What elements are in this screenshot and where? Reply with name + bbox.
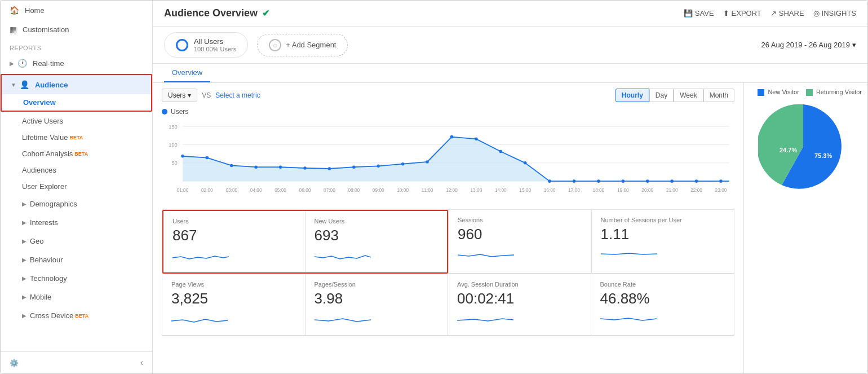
- stat-card-sessions: Sessions 960: [448, 210, 591, 274]
- sidebar-item-demographics[interactable]: ▶ Demographics: [1, 195, 152, 213]
- save-icon: 💾: [684, 9, 693, 17]
- header-actions: 💾 SAVE ⬆ EXPORT ↗ SHARE ◎ INSIGHTS: [684, 9, 856, 17]
- insights-button[interactable]: ◎ INSIGHTS: [813, 9, 856, 17]
- sidebar: 🏠 Home ▦ Customisation REPORTS ▶ 🕐 Real-…: [1, 1, 153, 373]
- sidebar-item-cross-device[interactable]: ▶ Cross Device BETA: [1, 306, 152, 325]
- select-metric-link[interactable]: Select a metric: [215, 91, 260, 99]
- sidebar-item-customisation[interactable]: ▦ Customisation: [1, 20, 152, 39]
- svg-point-14: [328, 167, 331, 170]
- sidebar-item-audience[interactable]: ▼ 👤 Audience: [2, 75, 151, 94]
- sidebar-item-lifetime-value[interactable]: Lifetime Value BETA: [1, 129, 152, 146]
- svg-text:15:00: 15:00: [519, 187, 531, 193]
- page-title: Audience Overview ✔: [164, 7, 269, 19]
- tab-overview[interactable]: Overview: [164, 64, 210, 82]
- right-panel: New Visitor Returning Visitor: [743, 83, 867, 373]
- svg-point-15: [352, 165, 356, 169]
- sidebar-item-behaviour[interactable]: ▶ Behaviour: [1, 250, 152, 269]
- clock-icon: 🕐: [17, 59, 27, 68]
- svg-point-23: [548, 179, 551, 183]
- returning-visitor-label: Returning Visitor: [816, 89, 862, 95]
- pie-chart: 75.3% 24.7%: [758, 102, 848, 192]
- svg-text:50: 50: [171, 161, 177, 166]
- sidebar-item-mobile[interactable]: ▶ Mobile: [1, 288, 152, 306]
- users-legend-label: Users: [171, 108, 188, 116]
- stat-card-pages-session: Pages/Session 3.98: [305, 274, 449, 336]
- sidebar-item-cohort-analysis[interactable]: Cohort Analysis BETA: [1, 146, 152, 162]
- sidebar-audience-label: Audience: [35, 81, 68, 89]
- sidebar-item-user-explorer[interactable]: User Explorer: [1, 178, 152, 195]
- svg-text:13:00: 13:00: [470, 187, 482, 193]
- sidebar-mobile-label: Mobile: [30, 293, 51, 301]
- sidebar-cohort-analysis-label: Cohort Analysis: [22, 149, 73, 158]
- stats-grid: Users 867 New Users 693: [162, 209, 734, 336]
- new-visitor-label: New Visitor: [768, 89, 799, 95]
- sidebar-item-home[interactable]: 🏠 Home: [1, 1, 152, 20]
- sidebar-audiences-label: Audiences: [22, 166, 56, 174]
- all-users-segment[interactable]: All Users 100.00% Users: [164, 32, 248, 58]
- svg-text:100: 100: [169, 142, 177, 148]
- returning-visitor-pct-label: 24.7%: [780, 147, 797, 153]
- sidebar-item-technology[interactable]: ▶ Technology: [1, 269, 152, 288]
- time-buttons: Hourly Day Week Month: [615, 89, 734, 102]
- svg-text:16:00: 16:00: [544, 187, 556, 193]
- sidebar-item-active-users[interactable]: Active Users: [1, 113, 152, 129]
- svg-point-25: [597, 179, 600, 183]
- svg-text:05:00: 05:00: [274, 187, 286, 193]
- audience-section: ▼ 👤 Audience Overview: [1, 74, 152, 112]
- share-label: SHARE: [779, 9, 804, 17]
- sidebar-item-audiences[interactable]: Audiences: [1, 162, 152, 178]
- settings-icon[interactable]: ⚙️: [10, 359, 19, 367]
- hourly-button[interactable]: Hourly: [615, 89, 649, 102]
- svg-text:12:00: 12:00: [446, 187, 458, 193]
- add-segment-button[interactable]: ○ + Add Segment: [257, 34, 348, 56]
- home-icon: 🏠: [10, 6, 19, 15]
- stat-value-sessions: 960: [458, 226, 582, 243]
- expand-arrow-interests: ▶: [22, 219, 26, 226]
- share-button[interactable]: ↗ SHARE: [770, 9, 804, 17]
- all-users-sub: 100.00% Users: [194, 46, 236, 52]
- insights-label: INSIGHTS: [822, 9, 856, 17]
- day-button[interactable]: Day: [649, 89, 674, 102]
- sidebar-item-overview[interactable]: Overview: [2, 94, 151, 111]
- svg-text:19:00: 19:00: [617, 187, 629, 193]
- users-legend-dot: [162, 109, 167, 115]
- svg-text:150: 150: [169, 124, 177, 130]
- segment-bar: All Users 100.00% Users ○ + Add Segment …: [153, 27, 867, 64]
- stat-card-users: Users 867: [163, 211, 305, 272]
- sidebar-cross-device-label: Cross Device: [30, 311, 73, 320]
- expand-arrow-geo: ▶: [22, 238, 26, 244]
- week-button[interactable]: Week: [674, 89, 703, 102]
- svg-text:06:00: 06:00: [299, 187, 311, 193]
- sparkline-avg-session: [457, 310, 513, 327]
- collapse-icon[interactable]: ‹: [140, 358, 143, 368]
- date-range-picker[interactable]: 26 Aug 2019 - 26 Aug 2019 ▾: [761, 41, 856, 49]
- sidebar-technology-label: Technology: [30, 274, 67, 283]
- segment-left: All Users 100.00% Users ○ + Add Segment: [164, 32, 348, 58]
- expand-arrow-audience: ▼: [11, 82, 16, 88]
- reports-section-label: REPORTS: [1, 39, 152, 54]
- stat-label-users: Users: [172, 218, 296, 225]
- metric-selector: Users ▾ VS Select a metric: [162, 89, 260, 102]
- metric-dropdown[interactable]: Users ▾: [162, 89, 197, 102]
- export-button[interactable]: ⬆ EXPORT: [723, 9, 761, 17]
- new-visitor-pct-label: 75.3%: [814, 152, 832, 159]
- stat-label-avg-session: Avg. Session Duration: [457, 281, 582, 288]
- chevron-down-icon: ▾: [852, 41, 856, 49]
- sidebar-item-realtime[interactable]: ▶ 🕐 Real-time: [1, 54, 152, 73]
- svg-point-13: [303, 166, 307, 170]
- save-button[interactable]: 💾 SAVE: [684, 9, 714, 17]
- svg-point-27: [646, 179, 649, 183]
- tab-bar: Overview: [153, 64, 867, 83]
- new-visitor-square: [758, 89, 764, 96]
- sparkline-users: [172, 247, 229, 263]
- svg-text:03:00: 03:00: [225, 187, 237, 193]
- svg-point-21: [499, 150, 503, 153]
- month-button[interactable]: Month: [703, 89, 734, 102]
- svg-point-19: [450, 135, 454, 139]
- sidebar-lifetime-value-label: Lifetime Value: [22, 133, 68, 142]
- line-chart: 150 100 50: [162, 118, 734, 205]
- sidebar-demographics-label: Demographics: [30, 200, 77, 208]
- sidebar-item-geo[interactable]: ▶ Geo: [1, 232, 152, 250]
- svg-point-17: [401, 162, 405, 166]
- sidebar-item-interests[interactable]: ▶ Interests: [1, 213, 152, 232]
